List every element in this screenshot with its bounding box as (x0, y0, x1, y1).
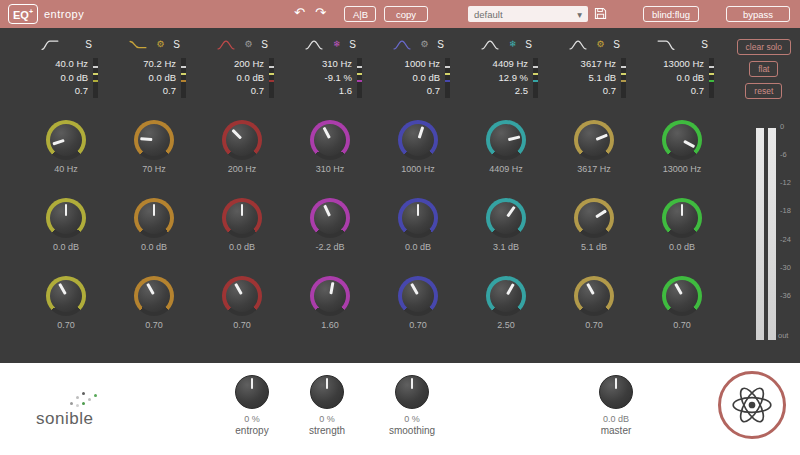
band-gain-value[interactable]: 0.0 dB (650, 71, 704, 85)
band-frequency-value[interactable]: 1000 Hz (386, 57, 440, 71)
solo-button[interactable]: S (349, 39, 356, 50)
gain-knob[interactable] (134, 198, 174, 238)
q-knob[interactable] (134, 276, 174, 316)
band-q-value[interactable]: 0.7 (34, 84, 88, 98)
preset-dropdown[interactable]: default ▾ (468, 6, 588, 22)
filter-shape-icon[interactable] (40, 38, 60, 52)
band-frequency-value[interactable]: 40.0 Hz (34, 57, 88, 71)
band-q-value[interactable]: 0.7 (122, 84, 176, 98)
entropy-knob[interactable] (235, 375, 269, 409)
filter-shape-icon[interactable] (304, 38, 324, 52)
strength-knob[interactable] (310, 375, 344, 409)
undo-button[interactable]: ↶ (294, 5, 305, 20)
entropy-label: entropy (235, 425, 268, 436)
band-value-readout: 1000 Hz 0.0 dB 0.7 (386, 57, 450, 98)
band-gain-value[interactable]: 5.1 dB (562, 71, 616, 85)
filter-shape-icon[interactable] (480, 38, 500, 52)
flat-button[interactable]: flat (749, 61, 778, 77)
clear-solo-button[interactable]: clear solo (737, 39, 791, 55)
q-knob[interactable] (222, 276, 262, 316)
redo-button[interactable]: ↷ (315, 5, 326, 20)
gain-knob-label: 0.0 dB (405, 242, 431, 252)
frequency-knob-label: 40 Hz (54, 164, 78, 174)
smoothing-knob[interactable] (395, 375, 429, 409)
chevron-down-icon: ▾ (577, 9, 582, 20)
gain-knob[interactable] (46, 198, 86, 238)
frequency-knob-group: 70 Hz (134, 120, 174, 174)
frequency-knob[interactable] (574, 120, 614, 160)
blindflug-button[interactable]: blind:flug (643, 6, 699, 22)
band-gain-value[interactable]: 12.9 % (474, 71, 528, 85)
q-knob-group: 1.60 (310, 276, 350, 330)
band-frequency-value[interactable]: 200 Hz (210, 57, 264, 71)
solo-button[interactable]: S (701, 39, 708, 50)
knob-pointer (411, 378, 414, 389)
band-mode-icon[interactable]: ⚙ (243, 39, 254, 50)
gain-knob[interactable] (222, 198, 262, 238)
band-gain-value[interactable]: -9.1 % (298, 71, 352, 85)
band-frequency-value[interactable]: 70.2 Hz (122, 57, 176, 71)
band-frequency-value[interactable]: 4409 Hz (474, 57, 528, 71)
frequency-knob[interactable] (46, 120, 86, 160)
band-gain-value[interactable]: 0.0 dB (386, 71, 440, 85)
reset-button[interactable]: reset (745, 83, 782, 99)
q-knob[interactable] (662, 276, 702, 316)
band-mode-icon[interactable]: ⚙ (155, 39, 166, 50)
gain-knob[interactable] (398, 198, 438, 238)
gain-knob-group: 0.0 dB (222, 198, 262, 252)
filter-shape-icon[interactable] (392, 38, 412, 52)
gain-knob[interactable] (486, 198, 526, 238)
band-mode-icon[interactable]: ⚙ (595, 39, 606, 50)
band-mode-icon[interactable]: ❄ (331, 39, 342, 50)
band-q-value[interactable]: 0.7 (562, 84, 616, 98)
band-mini-meter (181, 58, 186, 98)
q-knob[interactable] (398, 276, 438, 316)
solo-button[interactable]: S (437, 39, 444, 50)
solo-button[interactable]: S (525, 39, 532, 50)
band-q-value[interactable]: 0.7 (386, 84, 440, 98)
frequency-knob[interactable] (662, 120, 702, 160)
filter-shape-icon[interactable] (656, 38, 676, 52)
save-preset-button[interactable] (594, 7, 607, 23)
frequency-knob[interactable] (486, 120, 526, 160)
frequency-knob[interactable] (398, 120, 438, 160)
filter-shape-icon[interactable] (568, 38, 588, 52)
solo-button[interactable]: S (173, 39, 180, 50)
ab-compare-button[interactable]: A|B (344, 6, 376, 22)
band-mode-icon[interactable]: ⚙ (419, 39, 430, 50)
master-label: master (601, 425, 632, 436)
q-knob[interactable] (486, 276, 526, 316)
frequency-knob[interactable] (310, 120, 350, 160)
filter-shape-icon[interactable] (128, 38, 148, 52)
q-knob[interactable] (46, 276, 86, 316)
gain-knob[interactable] (310, 198, 350, 238)
gain-knob[interactable] (574, 198, 614, 238)
solo-button[interactable]: S (261, 39, 268, 50)
output-level-meter (756, 128, 776, 340)
band-q-value[interactable]: 2.5 (474, 84, 528, 98)
band-gain-value[interactable]: 0.0 dB (34, 71, 88, 85)
band-gain-value[interactable]: 0.0 dB (210, 71, 264, 85)
solo-button[interactable]: S (613, 39, 620, 50)
copy-button[interactable]: copy (384, 6, 428, 22)
sonible-wordmark: sonible (36, 409, 93, 428)
filter-shape-icon[interactable] (216, 38, 236, 52)
band-q-value[interactable]: 0.7 (650, 84, 704, 98)
q-knob[interactable] (574, 276, 614, 316)
band-frequency-value[interactable]: 13000 Hz (650, 57, 704, 71)
band-mode-icon[interactable]: ❄ (507, 39, 518, 50)
band-frequency-value[interactable]: 3617 Hz (562, 57, 616, 71)
solo-button[interactable]: S (85, 39, 92, 50)
master-knob[interactable] (599, 375, 633, 409)
band-q-value[interactable]: 0.7 (210, 84, 264, 98)
band-gain-value[interactable]: 0.0 dB (122, 71, 176, 85)
frequency-knob[interactable] (134, 120, 174, 160)
band-frequency-value[interactable]: 310 Hz (298, 57, 352, 71)
band-q-value[interactable]: 1.6 (298, 84, 352, 98)
frequency-knob[interactable] (222, 120, 262, 160)
gain-knob[interactable] (662, 198, 702, 238)
bypass-button[interactable]: bypass (726, 6, 790, 22)
frequency-knob-label: 70 Hz (142, 164, 166, 174)
q-knob-group: 0.70 (398, 276, 438, 330)
q-knob[interactable] (310, 276, 350, 316)
